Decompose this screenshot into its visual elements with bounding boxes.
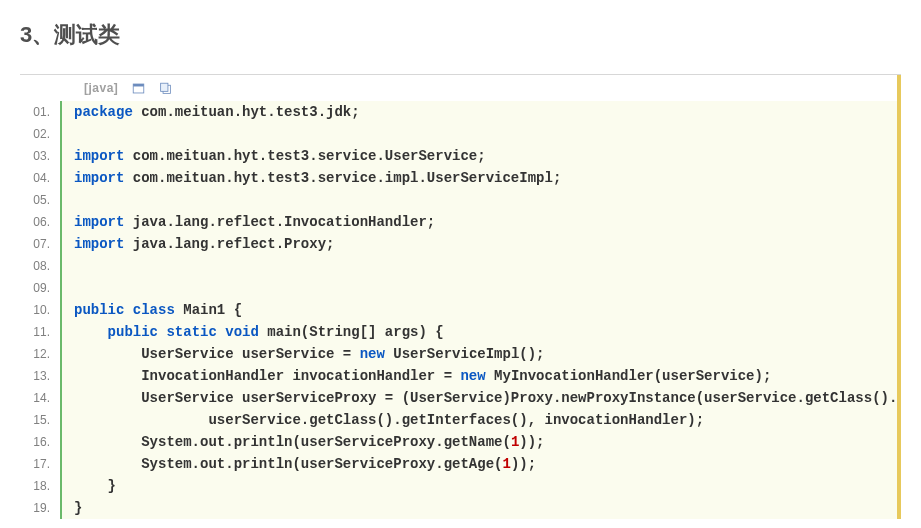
code-line: UserService userServiceProxy = (UserServ… (74, 387, 889, 409)
line-number: 15. (30, 409, 50, 431)
text-token: } (74, 500, 99, 516)
line-number: 16. (30, 431, 50, 453)
svg-rect-3 (161, 83, 168, 91)
text-token: MyInvocationHandler(userService); (494, 368, 788, 384)
text-token: } (74, 478, 133, 494)
code-line: UserService userService = new UserServic… (74, 343, 889, 365)
code-line: import java.lang.reflect.InvocationHandl… (74, 211, 889, 233)
text-token: )); (519, 434, 561, 450)
view-plain-icon[interactable] (132, 82, 145, 95)
text-token (74, 258, 91, 274)
text-token: com.meituan.hyt.test3.jdk; (141, 104, 376, 120)
text-token: InvocationHandler invocationHandler = (74, 368, 460, 384)
line-number: 02. (30, 123, 50, 145)
svg-rect-1 (134, 84, 145, 86)
text-token: UserServiceImpl(); (393, 346, 561, 362)
text-token: UserService userService = (74, 346, 360, 362)
text-token (74, 126, 91, 142)
number-token: 1 (502, 456, 510, 472)
line-number: 12. (30, 343, 50, 365)
code-pane: package com.meituan.hyt.test3.jdk; impor… (60, 101, 901, 519)
line-number: 19. (30, 497, 50, 519)
keyword-token: public (108, 324, 167, 340)
keyword-token: new (360, 346, 394, 362)
text-token: System.out.println(userServiceProxy.getN… (74, 434, 511, 450)
text-token: main(String[] args) { (267, 324, 460, 340)
text-token (74, 280, 91, 296)
keyword-token: static (166, 324, 225, 340)
keyword-token: void (225, 324, 267, 340)
text-token: Main1 { (183, 302, 259, 318)
code-line: public class Main1 { (74, 299, 889, 321)
keyword-token: new (460, 368, 494, 384)
keyword-token: import (74, 236, 133, 252)
line-number: 05. (30, 189, 50, 211)
line-number: 10. (30, 299, 50, 321)
text-token: )); (511, 456, 553, 472)
line-number: 01. (30, 101, 50, 123)
text-token: com.meituan.hyt.test3.service.UserServic… (133, 148, 503, 164)
line-number-gutter: 01.02.03.04.05.06.07.08.09.10.11.12.13.1… (20, 101, 60, 519)
line-number: 06. (30, 211, 50, 233)
line-number: 14. (30, 387, 50, 409)
code-line: package com.meituan.hyt.test3.jdk; (74, 101, 889, 123)
code-line: import com.meituan.hyt.test3.service.imp… (74, 167, 889, 189)
line-number: 07. (30, 233, 50, 255)
text-token: System.out.println(userServiceProxy.getA… (74, 456, 502, 472)
code-line: } (74, 497, 889, 519)
code-line: InvocationHandler invocationHandler = ne… (74, 365, 889, 387)
keyword-token: import (74, 170, 133, 186)
line-number: 04. (30, 167, 50, 189)
text-token: com.meituan.hyt.test3.service.impl.UserS… (133, 170, 578, 186)
text-token: UserService userServiceProxy = (UserServ… (74, 390, 901, 406)
code-lang-label: [java] (84, 81, 118, 95)
code-line: System.out.println(userServiceProxy.getA… (74, 453, 889, 475)
code-block: [java] 01.02.03.04.05.06.07.08.09.10.11.… (20, 74, 901, 519)
code-line (74, 123, 889, 145)
text-token: java.lang.reflect.Proxy; (133, 236, 351, 252)
line-number: 11. (30, 321, 50, 343)
line-number: 09. (30, 277, 50, 299)
code-line: import java.lang.reflect.Proxy; (74, 233, 889, 255)
keyword-token: import (74, 148, 133, 164)
keyword-token: import (74, 214, 133, 230)
code-toolbar: [java] (76, 75, 901, 101)
keyword-token: class (133, 302, 183, 318)
code-line: } (74, 475, 889, 497)
line-number: 08. (30, 255, 50, 277)
code-line: userService.getClass().getInterfaces(), … (74, 409, 889, 431)
text-token: java.lang.reflect.InvocationHandler; (133, 214, 452, 230)
text-token: userService.getClass().getInterfaces(), … (74, 412, 721, 428)
copy-icon[interactable] (159, 82, 172, 95)
code-line: import com.meituan.hyt.test3.service.Use… (74, 145, 889, 167)
line-number: 03. (30, 145, 50, 167)
line-number: 13. (30, 365, 50, 387)
line-number: 18. (30, 475, 50, 497)
keyword-token: package (74, 104, 141, 120)
code-line (74, 189, 889, 211)
line-number: 17. (30, 453, 50, 475)
code-line: public static void main(String[] args) { (74, 321, 889, 343)
section-heading: 3、测试类 (20, 20, 901, 50)
code-line (74, 277, 889, 299)
code-line: System.out.println(userServiceProxy.getN… (74, 431, 889, 453)
code-line (74, 255, 889, 277)
text-token (74, 192, 91, 208)
keyword-token: public (74, 302, 133, 318)
text-token (74, 324, 108, 340)
